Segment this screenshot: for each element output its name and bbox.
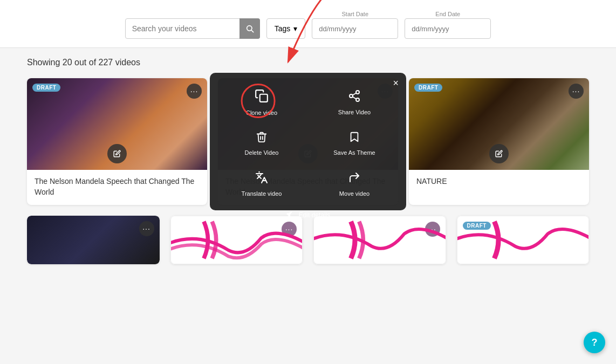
video-card: DRAFT ··· The Nelson Mandela Speech that… (27, 78, 207, 205)
end-date-input[interactable] (405, 18, 491, 39)
search-button[interactable] (239, 18, 260, 39)
pencil-icon (113, 150, 121, 157)
translate-icon (255, 171, 268, 187)
top-bar: Tags ▾ Start Date End Date (0, 0, 616, 48)
share-arrow-icon (348, 90, 361, 102)
tags-label: Tags (275, 24, 291, 33)
save-as-theme-button[interactable]: Save As Theme (308, 123, 401, 163)
video-card-with-menu: ··· The Nelson Mandela Speech that Chang… (218, 78, 398, 205)
language-icon (255, 171, 268, 184)
copy-icon (255, 89, 269, 103)
translate-video-button[interactable]: Translate video (215, 163, 308, 204)
draft-badge: DRAFT (32, 84, 60, 92)
svg-line-7 (353, 97, 357, 99)
delete-icon (256, 131, 268, 146)
tags-button[interactable]: Tags ▾ (266, 18, 306, 39)
svg-rect-3 (260, 94, 268, 102)
move-video-label: Move video (339, 190, 369, 197)
save-as-theme-label: Save As Theme (333, 149, 375, 156)
edit-details-icon (286, 210, 295, 221)
move-icon (348, 171, 361, 187)
video-info: The Nelson Mandela Speech that Changed T… (27, 170, 207, 205)
end-date-label: End Date (405, 11, 491, 17)
video-card: DRAFT ··· NATURE (409, 78, 589, 205)
showing-text: Showing 20 out of 227 videos (0, 48, 616, 74)
delete-video-button[interactable]: Delete Video (215, 123, 308, 163)
theme-icon (348, 131, 360, 146)
delete-video-label: Delete Video (245, 149, 279, 156)
more-options-button[interactable]: ··· (139, 221, 154, 236)
video-title: NATURE (416, 176, 581, 187)
video-thumbnail: DRAFT ··· (409, 78, 589, 170)
chevron-down-icon: ▾ (293, 24, 297, 33)
paintbrush-icon (286, 210, 295, 218)
video-thumbnail: DRAFT ··· (27, 78, 207, 170)
bookmark-icon (348, 131, 360, 143)
pencil-icon (495, 150, 503, 157)
question-mark-icon: ? (592, 337, 598, 348)
more-options-button[interactable]: ··· (569, 84, 584, 99)
edit-details-button[interactable]: Edit details (215, 204, 401, 226)
start-date-label: Start Date (312, 11, 398, 17)
video-title: The Nelson Mandela Speech that Changed T… (35, 176, 200, 197)
edit-button[interactable] (107, 144, 127, 163)
clone-icon (255, 89, 269, 106)
end-date-group: End Date (405, 11, 491, 39)
context-menu-grid: Clone video Share Video (215, 81, 401, 204)
search-wrapper (125, 18, 260, 39)
start-date-input[interactable] (312, 18, 398, 39)
redo-icon (348, 171, 361, 184)
video-thumbnail: ··· (27, 216, 160, 264)
context-menu: × Clone video (210, 73, 406, 210)
share-icon (348, 90, 361, 106)
video-thumbnail: DRAFT (457, 216, 590, 264)
video-card: ··· (27, 216, 160, 264)
edit-details-label: Edit details (299, 211, 331, 219)
svg-line-8 (353, 93, 357, 95)
more-options-button[interactable]: ··· (187, 84, 202, 99)
help-button[interactable]: ? (584, 332, 605, 353)
share-video-label: Share Video (338, 109, 371, 115)
svg-line-1 (251, 30, 254, 32)
video-grid: DRAFT ··· The Nelson Mandela Speech that… (0, 78, 616, 205)
edit-button[interactable] (489, 144, 509, 163)
translate-video-label: Translate video (242, 190, 282, 197)
pink-swirl-graphic (457, 216, 589, 264)
draft-badge: DRAFT (414, 84, 442, 92)
clone-video-button[interactable]: Clone video (215, 81, 308, 123)
clone-video-label: Clone video (246, 109, 277, 116)
search-icon (245, 24, 254, 33)
move-video-button[interactable]: Move video (308, 163, 401, 204)
video-info: NATURE (409, 170, 589, 195)
start-date-group: Start Date (312, 11, 398, 39)
share-video-button[interactable]: Share Video (308, 81, 401, 123)
trash-icon (256, 131, 268, 143)
video-card: DRAFT (457, 216, 590, 264)
